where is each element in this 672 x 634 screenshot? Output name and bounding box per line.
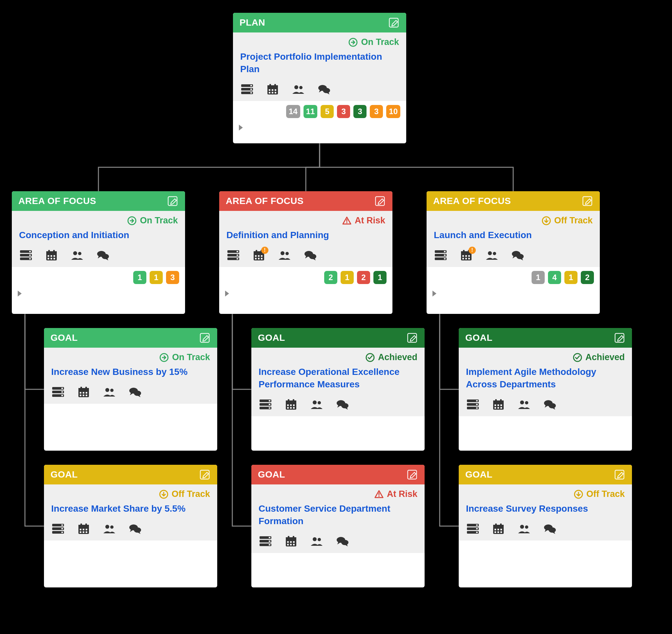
count-badge[interactable]: 10 bbox=[386, 105, 400, 118]
card-type-label: AREA OF FOCUS bbox=[226, 196, 304, 206]
people-icon[interactable] bbox=[310, 535, 323, 547]
count-badge[interactable]: 2 bbox=[581, 271, 594, 284]
edit-icon[interactable] bbox=[167, 195, 178, 207]
calendar-icon[interactable] bbox=[284, 398, 298, 410]
count-badge[interactable]: 11 bbox=[304, 105, 318, 118]
count-badge[interactable]: 14 bbox=[286, 105, 300, 118]
edit-icon[interactable] bbox=[199, 469, 211, 481]
count-badge[interactable]: 3 bbox=[370, 105, 383, 118]
server-icon[interactable] bbox=[259, 398, 272, 410]
people-icon[interactable] bbox=[517, 523, 531, 535]
edit-icon[interactable] bbox=[374, 195, 386, 207]
edit-icon[interactable] bbox=[614, 469, 625, 481]
expand-icon[interactable] bbox=[432, 291, 436, 296]
people-icon[interactable] bbox=[70, 249, 84, 261]
calendar-icon[interactable] bbox=[77, 386, 91, 398]
status-text: At Risk bbox=[387, 489, 417, 499]
calendar-icon[interactable] bbox=[45, 249, 58, 261]
card-footer-expand bbox=[233, 123, 406, 136]
server-icon[interactable] bbox=[466, 523, 480, 535]
calendar-icon[interactable]: ! bbox=[459, 249, 473, 261]
badge-row: 113 bbox=[133, 271, 179, 284]
chat-icon[interactable] bbox=[317, 83, 331, 95]
action-icon-row bbox=[240, 83, 399, 95]
count-badge[interactable]: 1 bbox=[374, 271, 386, 284]
card-title-link[interactable]: Launch and Execution bbox=[434, 229, 593, 241]
chat-icon[interactable] bbox=[335, 398, 349, 410]
chat-icon[interactable] bbox=[128, 386, 142, 398]
expand-icon[interactable] bbox=[225, 291, 229, 296]
edit-icon[interactable] bbox=[199, 332, 211, 344]
card-footer: 1411533310 bbox=[233, 101, 406, 123]
edit-icon[interactable] bbox=[388, 17, 400, 28]
people-icon[interactable] bbox=[102, 386, 116, 398]
card-title-link[interactable]: Customer Service Department Formation bbox=[259, 503, 417, 528]
edit-icon[interactable] bbox=[614, 332, 625, 344]
server-icon[interactable] bbox=[434, 249, 448, 261]
count-badge[interactable]: 3 bbox=[353, 105, 366, 118]
server-icon[interactable] bbox=[259, 535, 272, 547]
chat-icon[interactable] bbox=[543, 398, 556, 410]
card-title-link[interactable]: Project Portfolio Implementation Plan bbox=[240, 50, 399, 75]
edit-icon[interactable] bbox=[406, 469, 418, 481]
edit-icon[interactable] bbox=[581, 195, 593, 207]
people-icon[interactable] bbox=[278, 249, 291, 261]
count-badge[interactable]: 2 bbox=[324, 271, 337, 284]
status-text: Off Track bbox=[554, 216, 593, 226]
card-title-link[interactable]: Implement Agile Methodology Across Depar… bbox=[466, 366, 625, 391]
card-title-link[interactable]: Increase Operational Excellence Performa… bbox=[259, 366, 417, 391]
count-badge[interactable]: 1 bbox=[532, 271, 545, 284]
count-badge[interactable]: 1 bbox=[133, 271, 146, 284]
card-title-link[interactable]: Increase Survey Responses bbox=[466, 503, 625, 515]
count-badge[interactable]: 1 bbox=[150, 271, 163, 284]
server-icon[interactable] bbox=[240, 83, 254, 95]
card-goal3a: GOALAchievedImplement Agile Methodology … bbox=[459, 328, 632, 450]
count-badge[interactable]: 1 bbox=[341, 271, 354, 284]
count-badge[interactable]: 2 bbox=[357, 271, 370, 284]
status-text: Achieved bbox=[585, 352, 625, 362]
count-badge[interactable]: 3 bbox=[337, 105, 350, 118]
card-title-link[interactable]: Definition and Planning bbox=[226, 229, 385, 241]
status-row: Off Track bbox=[466, 489, 625, 499]
people-icon[interactable] bbox=[310, 398, 323, 410]
expand-icon[interactable] bbox=[18, 291, 22, 296]
count-badge[interactable]: 1 bbox=[565, 271, 577, 284]
server-icon[interactable] bbox=[51, 523, 65, 535]
chat-icon[interactable] bbox=[128, 523, 142, 535]
status-row: Off Track bbox=[51, 489, 210, 499]
server-icon[interactable] bbox=[226, 249, 240, 261]
chat-icon[interactable] bbox=[543, 523, 556, 535]
count-badge[interactable]: 3 bbox=[166, 271, 179, 284]
edit-icon[interactable] bbox=[406, 332, 418, 344]
people-icon[interactable] bbox=[102, 523, 116, 535]
calendar-icon[interactable] bbox=[266, 83, 280, 95]
count-badge[interactable]: 4 bbox=[548, 271, 561, 284]
calendar-icon[interactable] bbox=[284, 535, 298, 547]
calendar-icon[interactable] bbox=[491, 398, 505, 410]
count-badge[interactable]: 5 bbox=[320, 105, 334, 118]
people-icon[interactable] bbox=[517, 398, 531, 410]
card-title-link[interactable]: Conception and Initiation bbox=[19, 229, 178, 241]
status-text: On Track bbox=[172, 352, 210, 362]
server-icon[interactable] bbox=[51, 386, 65, 398]
server-icon[interactable] bbox=[19, 249, 33, 261]
chat-icon[interactable] bbox=[510, 249, 524, 261]
card-header: GOAL bbox=[251, 465, 425, 484]
chat-icon[interactable] bbox=[335, 535, 349, 547]
action-icon-row: ! bbox=[226, 249, 385, 261]
status-icon bbox=[574, 490, 583, 499]
people-icon[interactable] bbox=[485, 249, 499, 261]
people-icon[interactable] bbox=[291, 83, 305, 95]
card-footer bbox=[459, 416, 632, 435]
expand-icon[interactable] bbox=[239, 125, 243, 130]
card-title-link[interactable]: Increase Market Share by 5.5% bbox=[51, 503, 210, 515]
card-footer-expand bbox=[427, 289, 600, 302]
calendar-icon[interactable]: ! bbox=[252, 249, 266, 261]
card-title-link[interactable]: Increase New Business by 15% bbox=[51, 366, 210, 378]
chat-icon[interactable] bbox=[96, 249, 110, 261]
chat-icon[interactable] bbox=[303, 249, 317, 261]
server-icon[interactable] bbox=[466, 398, 480, 410]
card-header: GOAL bbox=[459, 465, 632, 484]
calendar-icon[interactable] bbox=[491, 523, 505, 535]
calendar-icon[interactable] bbox=[77, 523, 91, 535]
